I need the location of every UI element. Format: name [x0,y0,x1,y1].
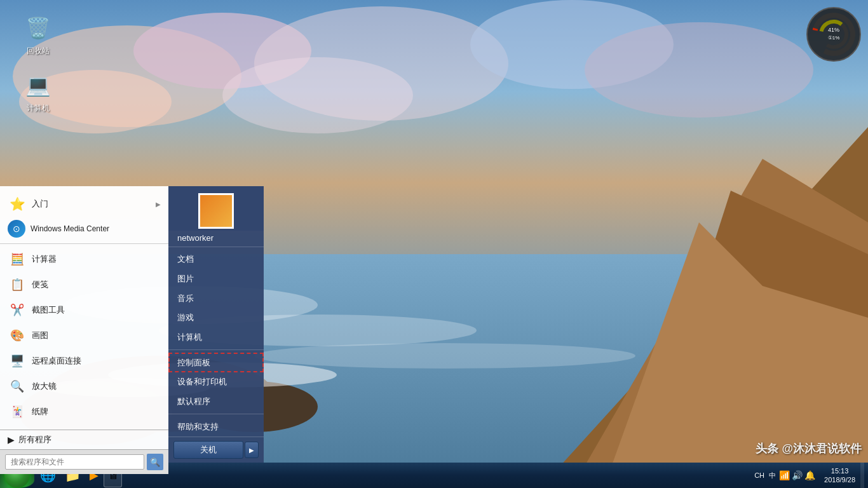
menu-item-calculator[interactable]: 🧮 计算器 [0,247,168,272]
getting-started-icon: ⭐ [8,194,27,214]
start-menu-left-panel: ⭐ 入门 ▶ ⊙ Windows Media Center 🧮 计算器 📋 [0,186,168,463]
right-separator-mid [168,349,264,350]
search-button[interactable]: 🔍 [147,454,163,470]
svg-point-5 [585,22,813,118]
system-tray: CH 中 📶 🔊 🔔 15:13 2018/9/28 [753,463,868,488]
tray-icons-group: CH 中 📶 🔊 🔔 [753,470,815,480]
menu-separator-1 [0,243,168,244]
remote-desktop-icon: 🖥️ [8,351,27,370]
menu-item-paint[interactable]: 🎨 画图 [0,323,168,348]
menu-item-remote-desktop[interactable]: 🖥️ 远程桌面连接 [0,348,168,374]
magnifier-icon: 🔍 [8,377,27,396]
sticky-notes-icon: 📋 [8,275,27,294]
menu-item-magnifier[interactable]: 🔍 放大镜 [0,374,168,399]
menu-item-solitaire[interactable]: 🃏 纸牌 [0,399,168,424]
recycle-bin-icon[interactable]: 🗑️ 回收站 [13,13,64,57]
menu-item-getting-started[interactable]: ⭐ 入门 ▶ [0,191,168,217]
menu-item-wmc[interactable]: ⊙ Windows Media Center [0,217,168,241]
recycle-bin-label: 回收站 [27,46,50,57]
svg-text:41%: 41% [828,27,839,33]
shutdown-button[interactable]: 关机 [173,441,243,459]
tray-icon-0[interactable]: 📶 [779,470,790,480]
clock-display[interactable]: 15:13 2018/9/28 [819,463,860,488]
all-programs-icon: ▶ [8,435,15,445]
all-programs-button[interactable]: ▶ 所有程序 [0,430,168,449]
right-menu-games[interactable]: 游戏 [168,308,264,328]
svg-rect-31 [18,476,23,481]
paint-icon: 🎨 [8,326,27,345]
computer-image: 💻 [23,70,53,100]
svg-point-7 [222,57,413,133]
right-menu-devices-printers[interactable]: 设备和打印机 [168,372,264,392]
svg-point-11 [254,343,635,369]
computer-label: 计算机 [27,103,50,114]
clock-time: 15:13 [831,466,849,475]
right-menu-documents[interactable]: 文档 [168,250,264,269]
calculator-icon: 🧮 [8,250,27,269]
right-menu-music[interactable]: 音乐 [168,288,264,308]
user-avatar[interactable] [198,193,234,229]
right-menu-pictures[interactable]: 图片 [168,269,264,289]
clock-date: 2018/9/28 [824,475,855,484]
tray-icon-1[interactable]: 🔊 [792,470,803,480]
svg-rect-30 [11,476,17,481]
right-separator-top [168,247,264,247]
arrow-icon: ▶ [156,201,161,208]
start-menu: ⭐ 入门 ▶ ⊙ Windows Media Center 🧮 计算器 📋 [0,186,264,463]
search-box-section: 🔍 [0,449,168,474]
watermark: 头条 @沐沐君说软件 [756,441,862,456]
tray-notification-icon[interactable]: 🔔 [804,470,815,480]
search-input[interactable] [5,454,144,470]
right-menu-control-panel[interactable]: 控制面板 [168,353,264,372]
right-menu-default-programs[interactable]: 默认程序 [168,392,264,412]
language-indicator[interactable]: CH [753,471,766,479]
shutdown-section: 关机 ▶ [168,437,264,463]
shutdown-arrow-button[interactable]: ▶ [245,442,259,458]
menu-item-snipping-tool[interactable]: ✂️ 截图工具 [0,297,168,323]
cpu-meter-svg: 41% ①1% [806,6,862,62]
computer-icon[interactable]: 💻 计算机 [13,70,64,114]
user-name-display: networker [168,231,264,244]
user-avatar-section [168,186,264,231]
svg-text:①1%: ①1% [828,35,840,41]
menu-item-sticky-notes[interactable]: 📋 便笺 [0,272,168,297]
snipping-tool-icon: ✂️ [8,301,27,320]
cpu-meter-widget: 41% ①1% [806,6,862,62]
recycle-bin-image: 🗑️ [23,13,53,43]
start-menu-wrapper: ⭐ 入门 ▶ ⊙ Windows Media Center 🧮 计算器 📋 [0,186,264,463]
right-menu-computer[interactable]: 计算机 [168,328,264,348]
right-menu-help-support[interactable]: 帮助和支持 [168,417,264,437]
ime-indicator[interactable]: 中 [768,471,777,480]
solitaire-icon: 🃏 [8,402,27,421]
pinned-programs-list: ⭐ 入门 ▶ ⊙ Windows Media Center 🧮 计算器 📋 [0,186,168,430]
right-separator-bot [168,414,264,414]
wmc-icon: ⊙ [8,220,25,238]
show-desktop-button[interactable] [860,463,864,488]
